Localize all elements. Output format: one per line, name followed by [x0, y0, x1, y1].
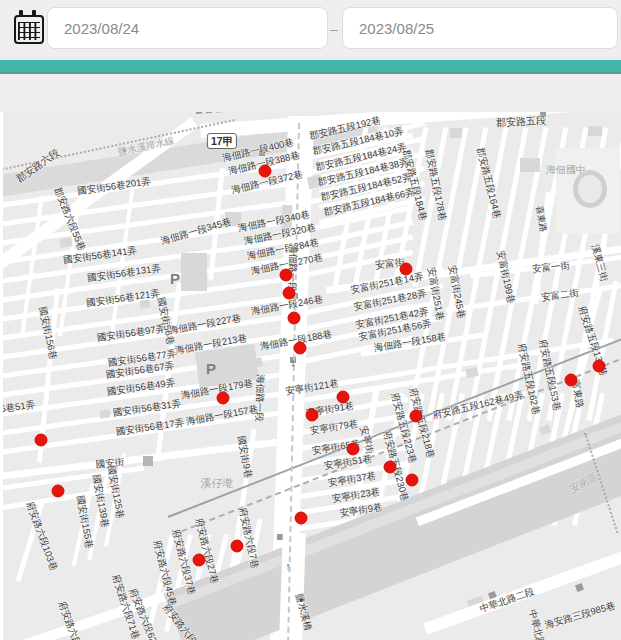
street-label: 中華北路	[527, 608, 546, 640]
report-marker[interactable]	[593, 360, 606, 373]
street-label: 中華北路二段	[479, 586, 536, 614]
parking-icon: P	[206, 360, 216, 377]
street-label: 海安路三段985巷	[544, 600, 617, 629]
oneway-arrow-icon: ↓	[290, 356, 296, 368]
report-marker[interactable]	[410, 410, 423, 423]
report-marker[interactable]	[231, 540, 244, 553]
street-label: 海佃路一段227巷	[168, 313, 241, 335]
report-marker[interactable]	[217, 392, 230, 405]
report-marker[interactable]	[295, 512, 308, 525]
calendar-icon	[14, 15, 44, 44]
page: { "header": { "date_start": "2023/08/24"…	[0, 0, 621, 640]
oneway-arrow-icon: ↑	[285, 560, 291, 572]
report-marker[interactable]	[337, 391, 350, 404]
building	[539, 424, 551, 435]
end-date-input[interactable]	[342, 7, 618, 49]
report-marker[interactable]	[288, 312, 301, 325]
building	[249, 357, 262, 368]
building	[450, 128, 462, 138]
oneway-arrow-icon: ↓	[294, 241, 300, 253]
teal-divider	[0, 60, 621, 72]
report-marker[interactable]	[306, 409, 319, 422]
school-track	[573, 170, 607, 208]
report-marker[interactable]	[294, 342, 307, 355]
report-marker[interactable]	[565, 374, 578, 387]
report-marker[interactable]	[52, 485, 65, 498]
street-label: 海佃路一段	[254, 374, 265, 422]
building	[143, 456, 153, 466]
date-range-separator: –	[326, 21, 342, 37]
report-marker[interactable]	[283, 287, 296, 300]
building	[181, 253, 207, 291]
map[interactable]: 鹽水溪排水線郡安路六段郡安路六段55巷國安街56巷201弄海佃路一段400巷海佃…	[3, 112, 621, 640]
building	[588, 126, 602, 136]
report-marker[interactable]	[280, 269, 293, 282]
report-marker[interactable]	[193, 554, 206, 567]
street-label: 安寧街79巷	[309, 419, 358, 436]
building	[520, 158, 540, 172]
highway-shield: 17甲	[207, 133, 237, 149]
report-marker[interactable]	[35, 434, 48, 447]
building	[59, 237, 72, 248]
street-label: 溪仔墘	[201, 478, 234, 489]
street-label: 海佃國中	[546, 165, 586, 175]
street-label: 安寧街	[359, 425, 376, 455]
report-marker[interactable]	[384, 461, 397, 474]
report-marker[interactable]	[347, 443, 360, 456]
toolbar-map-gap	[0, 74, 621, 112]
building	[99, 409, 110, 418]
report-marker[interactable]	[400, 263, 413, 276]
building	[575, 583, 584, 592]
report-marker[interactable]	[406, 474, 419, 487]
report-marker[interactable]	[259, 165, 272, 178]
parking-icon: P	[170, 270, 180, 287]
start-date-input[interactable]	[47, 7, 328, 49]
date-filter-toolbar: –	[0, 0, 621, 57]
street-label: 安富一街	[532, 260, 571, 273]
street-label: 郡安路五段	[496, 116, 546, 129]
